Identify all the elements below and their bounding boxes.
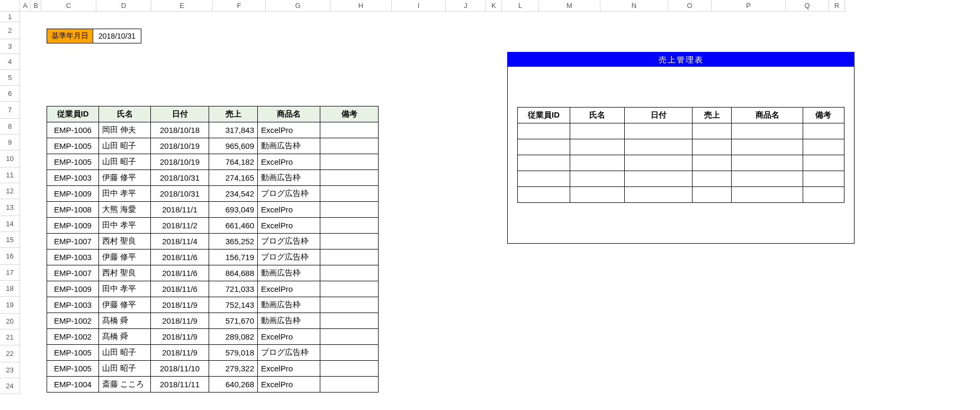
cell-name[interactable]: 大熊 海愛 — [99, 202, 151, 218]
column-header-L[interactable]: L — [502, 0, 539, 12]
cell-note[interactable] — [320, 377, 379, 393]
row-header-2[interactable]: 2 — [0, 22, 20, 39]
empty-cell[interactable] — [693, 155, 732, 171]
cell-id[interactable]: EMP-1006 — [47, 122, 99, 138]
employee-sales-table[interactable]: 従業員ID 氏名 日付 売上 商品名 備考 EMP-1006岡田 伸夫2018/… — [47, 106, 379, 393]
empty-cell[interactable] — [518, 155, 570, 171]
cell-sales[interactable]: 640,268 — [209, 377, 258, 393]
cell-date[interactable]: 2018/11/4 — [151, 234, 209, 249]
cell-sales[interactable]: 661,460 — [209, 218, 258, 234]
cell-note[interactable] — [320, 122, 379, 138]
cell-date[interactable]: 2018/11/11 — [151, 377, 209, 393]
cell-name[interactable]: 岡田 伸夫 — [99, 122, 151, 138]
row-header-8[interactable]: 8 — [0, 119, 20, 135]
row-header-18[interactable]: 18 — [0, 281, 20, 297]
cell-name[interactable]: 田中 孝平 — [99, 186, 151, 202]
cell-name[interactable]: 伊藤 修平 — [99, 249, 151, 265]
sales-management-table[interactable]: 従業員ID 氏名 日付 売上 商品名 備考 — [517, 107, 844, 203]
table-row[interactable]: EMP-1007西村 聖良2018/11/4365,252ブログ広告枠 — [47, 234, 379, 249]
cell-prod[interactable]: 動画広告枠 — [258, 297, 320, 313]
cell-note[interactable] — [320, 313, 379, 329]
cell-name[interactable]: 山田 昭子 — [99, 361, 151, 377]
empty-cell[interactable] — [732, 187, 803, 203]
cell-sales[interactable]: 279,322 — [209, 361, 258, 377]
column-header-K[interactable]: K — [486, 0, 502, 12]
cell-id[interactable]: EMP-1002 — [47, 313, 99, 329]
cell-sales[interactable]: 365,252 — [209, 234, 258, 249]
cell-name[interactable]: 田中 孝平 — [99, 281, 151, 297]
cell-prod[interactable]: ExcelPro — [258, 154, 320, 170]
table-row[interactable] — [518, 171, 844, 187]
cell-id[interactable]: EMP-1005 — [47, 154, 99, 170]
row-header-22[interactable]: 22 — [0, 345, 20, 362]
cell-sales[interactable]: 764,182 — [209, 154, 258, 170]
cell-sales[interactable]: 274,165 — [209, 170, 258, 186]
cell-note[interactable] — [320, 345, 379, 361]
table-row[interactable]: EMP-1005山田 昭子2018/11/9579,018ブログ広告枠 — [47, 345, 379, 361]
cell-name[interactable]: 山田 昭子 — [99, 154, 151, 170]
cell-date[interactable]: 2018/10/18 — [151, 122, 209, 138]
cell-prod[interactable]: ExcelPro — [258, 377, 320, 393]
table-row[interactable] — [518, 187, 844, 203]
cell-note[interactable] — [320, 361, 379, 377]
empty-cell[interactable] — [803, 171, 844, 187]
reference-date-value[interactable]: 2018/10/31 — [93, 29, 141, 43]
cell-note[interactable] — [320, 138, 379, 154]
empty-cell[interactable] — [518, 139, 570, 155]
cell-sales[interactable]: 289,082 — [209, 329, 258, 345]
row-header-6[interactable]: 6 — [0, 86, 20, 102]
cell-sales[interactable]: 571,670 — [209, 313, 258, 329]
cell-sales[interactable]: 579,018 — [209, 345, 258, 361]
row-header-24[interactable]: 24 — [0, 378, 20, 394]
table-row[interactable]: EMP-1004斎藤 こころ2018/11/11640,268ExcelPro — [47, 377, 379, 393]
cell-date[interactable]: 2018/11/2 — [151, 218, 209, 234]
table-row[interactable]: EMP-1005山田 昭子2018/10/19965,609動画広告枠 — [47, 138, 379, 154]
col-header-sales[interactable]: 売上 — [693, 108, 732, 123]
cell-prod[interactable]: ExcelPro — [258, 202, 320, 218]
column-header-P[interactable]: P — [712, 0, 786, 12]
empty-cell[interactable] — [732, 139, 803, 155]
empty-cell[interactable] — [732, 123, 803, 139]
empty-cell[interactable] — [625, 155, 693, 171]
row-header-20[interactable]: 20 — [0, 314, 20, 329]
cell-note[interactable] — [320, 265, 379, 281]
cell-id[interactable]: EMP-1009 — [47, 186, 99, 202]
empty-cell[interactable] — [803, 123, 844, 139]
empty-cell[interactable] — [570, 155, 625, 171]
cell-date[interactable]: 2018/11/1 — [151, 202, 209, 218]
column-header-I[interactable]: I — [392, 0, 446, 12]
cell-sales[interactable]: 965,609 — [209, 138, 258, 154]
empty-cell[interactable] — [732, 171, 803, 187]
empty-cell[interactable] — [625, 139, 693, 155]
column-header-C[interactable]: C — [41, 0, 96, 12]
cell-sales[interactable]: 156,719 — [209, 249, 258, 265]
row-header-9[interactable]: 9 — [0, 135, 20, 150]
select-all-corner[interactable] — [0, 0, 20, 12]
cell-note[interactable] — [320, 218, 379, 234]
cell-sales[interactable]: 234,542 — [209, 186, 258, 202]
cell-prod[interactable]: ブログ広告枠 — [258, 249, 320, 265]
empty-cell[interactable] — [570, 187, 625, 203]
empty-cell[interactable] — [625, 187, 693, 203]
cell-prod[interactable]: ExcelPro — [258, 361, 320, 377]
table-row[interactable] — [518, 123, 844, 139]
empty-cell[interactable] — [518, 187, 570, 203]
column-header-B[interactable]: B — [31, 0, 41, 12]
cell-date[interactable]: 2018/10/19 — [151, 154, 209, 170]
cell-prod[interactable]: ブログ広告枠 — [258, 186, 320, 202]
row-header-3[interactable]: 3 — [0, 39, 20, 54]
row-header-12[interactable]: 12 — [0, 183, 20, 199]
cell-date[interactable]: 2018/11/9 — [151, 329, 209, 345]
table-row[interactable]: EMP-1002髙橋 舜2018/11/9289,082ExcelPro — [47, 329, 379, 345]
empty-cell[interactable] — [693, 187, 732, 203]
empty-cell[interactable] — [570, 139, 625, 155]
cell-note[interactable] — [320, 170, 379, 186]
empty-cell[interactable] — [693, 171, 732, 187]
row-header-17[interactable]: 17 — [0, 265, 20, 281]
cell-prod[interactable]: ExcelPro — [258, 218, 320, 234]
cell-date[interactable]: 2018/11/6 — [151, 249, 209, 265]
row-header-15[interactable]: 15 — [0, 232, 20, 248]
cell-id[interactable]: EMP-1002 — [47, 329, 99, 345]
cell-prod[interactable]: ExcelPro — [258, 329, 320, 345]
cell-date[interactable]: 2018/11/9 — [151, 297, 209, 313]
